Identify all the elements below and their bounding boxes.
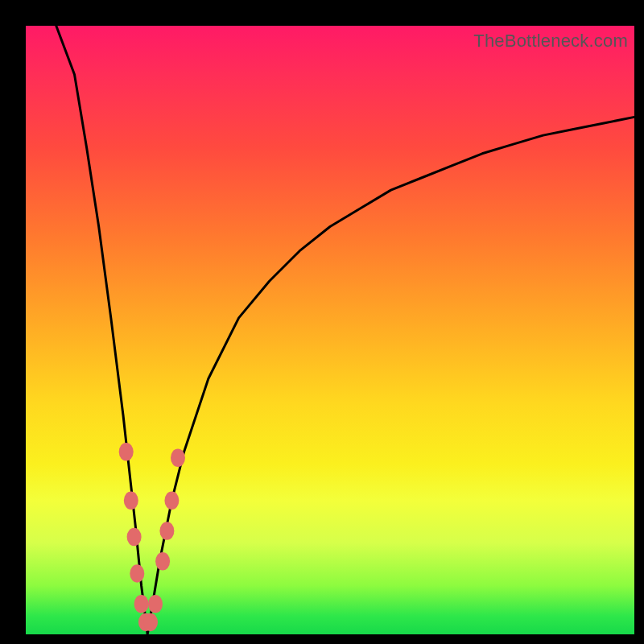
chart-frame: TheBottleneck.com [0,0,644,644]
data-marker [130,564,144,583]
data-marker [134,595,149,613]
data-marker [119,443,134,461]
data-marker [159,522,174,540]
bottleneck-curve [56,26,634,634]
data-marker [143,613,158,632]
curve-layer [26,26,634,634]
data-marker [124,491,138,510]
data-marker [148,595,163,613]
data-marker [171,449,185,468]
plot-area: TheBottleneck.com [26,26,634,634]
data-marker [164,491,179,510]
data-marker [127,528,142,547]
data-marker [155,552,170,571]
